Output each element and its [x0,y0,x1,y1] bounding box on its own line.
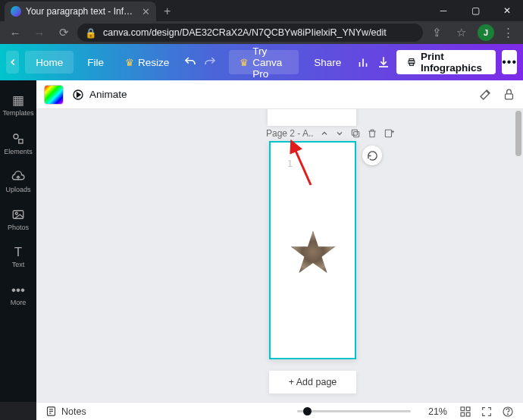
zoom-value[interactable]: 21% [417,406,447,417]
uploads-icon [11,170,25,183]
zoom-slider-thumb[interactable] [303,407,312,415]
try-pro-label: Try Canva Pro [252,45,288,80]
svg-rect-11 [19,139,23,143]
photos-icon [11,208,25,221]
svg-rect-27 [466,407,470,411]
window-minimize-button[interactable]: ─ [427,0,459,21]
forward-button: → [29,22,50,43]
share-url-icon[interactable]: ⇪ [426,22,447,43]
more-menu-button[interactable]: ••• [502,50,517,74]
print-label: Print Infographics [421,51,485,74]
url-text: canva.com/design/DAE32CRaX2A/N7QCBYw8iPI… [103,27,387,38]
text-placeholder[interactable]: 1 [287,158,293,169]
insights-icon[interactable] [356,51,371,74]
svg-point-31 [507,413,508,414]
svg-rect-29 [466,412,470,416]
lock-icon: 🔒 [85,27,97,39]
rail-text[interactable]: T Text [0,238,36,276]
elements-icon [11,132,25,146]
svg-point-10 [14,134,18,139]
add-page-button[interactable]: + Add page [269,371,356,393]
canvas-workspace[interactable]: Page 2 - A.. 1 [36,109,523,402]
page-2-canvas[interactable]: 1 [269,141,356,359]
svg-rect-15 [352,130,357,135]
page-label[interactable]: Page 2 - A.. [266,128,314,139]
rail-uploads[interactable]: Uploads [0,162,36,200]
window-close-button[interactable]: ✕ [491,0,523,21]
svg-rect-26 [461,407,465,411]
page-1-preview[interactable] [268,109,356,126]
refresh-page-button[interactable] [362,146,382,165]
animate-button[interactable]: Animate [71,88,127,102]
delete-page-icon[interactable] [367,128,377,139]
new-tab-button[interactable]: + [164,5,171,18]
try-canva-pro-button[interactable]: ♛ Try Canva Pro [229,50,299,74]
reload-button[interactable]: ⟳ [53,22,74,43]
lock-page-icon[interactable] [503,88,515,102]
svg-marker-19 [291,230,336,273]
notes-label: Notes [61,406,86,417]
templates-icon: ▦ [12,94,24,107]
crown-icon: ♛ [125,57,134,68]
printer-icon [407,56,416,68]
share-button[interactable]: Share [305,57,350,68]
color-picker-swatch[interactable] [44,85,64,105]
duplicate-page-icon[interactable] [350,128,361,139]
undo-button[interactable] [183,51,197,74]
rail-photos[interactable]: Photos [0,200,36,238]
window-maximize-button[interactable]: ▢ [459,0,491,21]
star-image-element[interactable] [289,228,337,277]
more-icon: ••• [11,284,25,296]
svg-rect-12 [13,210,23,218]
chrome-menu-icon[interactable]: ⋮ [497,22,518,43]
home-button[interactable]: Home [25,51,74,74]
close-tab-icon[interactable]: ✕ [142,7,150,17]
canva-favicon [11,6,21,17]
svg-rect-14 [353,132,359,137]
svg-rect-28 [461,412,465,416]
svg-marker-8 [77,92,81,97]
tab-title: Your paragraph text - Infograp [26,6,137,17]
text-icon: T [14,246,22,259]
browser-tab[interactable]: Your paragraph text - Infograp ✕ [5,2,156,21]
rail-elements[interactable]: Elements [0,124,36,162]
svg-rect-16 [385,130,391,136]
back-button[interactable]: ← [5,22,26,43]
svg-rect-9 [506,93,513,99]
file-menu[interactable]: File [80,57,111,68]
print-button[interactable]: Print Infographics [396,50,496,74]
canva-back-button[interactable] [6,51,19,74]
profile-avatar[interactable]: J [478,24,494,41]
animate-label: Animate [89,89,127,100]
add-page-inline-icon[interactable] [384,128,394,139]
bookmark-star-icon[interactable]: ☆ [450,22,471,43]
address-bar[interactable]: 🔒 canva.com/design/DAE32CRaX2A/N7QCBYw8i… [77,24,423,42]
collapse-up-icon[interactable] [320,129,329,138]
magic-icon[interactable] [478,88,492,102]
rail-templates[interactable]: ▦ Templates [0,86,36,124]
resize-label: Resize [138,57,169,68]
help-icon[interactable] [502,406,514,418]
redo-button[interactable] [203,51,218,74]
notes-icon [45,406,57,417]
download-icon[interactable] [377,51,391,74]
expand-down-icon[interactable] [335,129,344,138]
rail-more[interactable]: ••• More [0,276,36,314]
scrollbar-thumb[interactable] [515,111,521,156]
fullscreen-icon[interactable] [481,406,493,418]
zoom-slider[interactable] [297,410,411,412]
notes-button[interactable]: Notes [45,406,86,417]
resize-button[interactable]: ♛ Resize [117,57,177,68]
animate-icon [71,88,85,102]
crown-icon: ♛ [240,57,249,68]
vertical-scrollbar[interactable] [514,109,521,402]
grid-view-icon[interactable] [459,406,471,418]
svg-point-13 [15,212,17,215]
